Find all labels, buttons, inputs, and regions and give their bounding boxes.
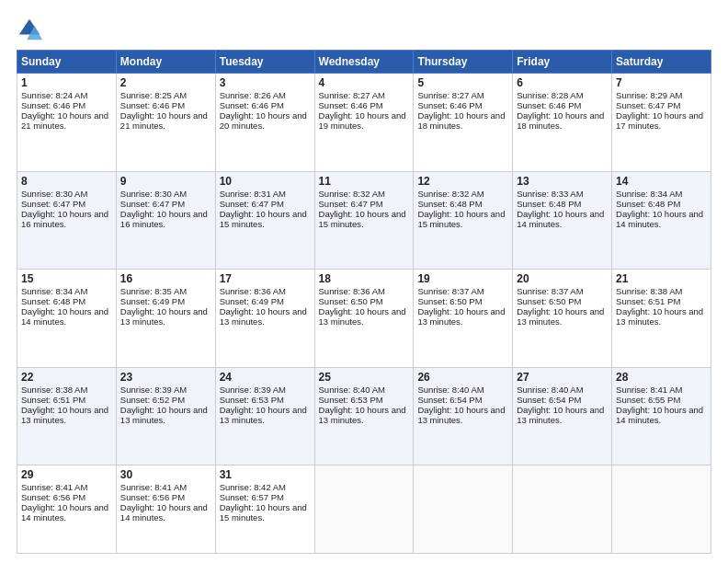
daylight-text: Daylight: 10 hours and 13 minutes. [220, 405, 307, 425]
sunrise-text: Sunrise: 8:41 AM [21, 482, 87, 492]
day-number: 21 [616, 272, 707, 285]
day-cell-18: 18Sunrise: 8:36 AMSunset: 6:50 PMDayligh… [314, 270, 414, 368]
day-cell-27: 27Sunrise: 8:40 AMSunset: 6:54 PMDayligh… [513, 367, 612, 465]
sunset-text: Sunset: 6:49 PM [220, 296, 284, 306]
day-number: 17 [220, 272, 311, 285]
sunset-text: Sunset: 6:48 PM [517, 199, 581, 209]
day-cell-8: 8Sunrise: 8:30 AMSunset: 6:47 PMDaylight… [17, 171, 117, 270]
day-cell-11: 11Sunrise: 8:32 AMSunset: 6:47 PMDayligh… [314, 171, 414, 270]
page: SundayMondayTuesdayWednesdayThursdayFrid… [0, 0, 728, 563]
day-header-thursday: Thursday [414, 51, 513, 74]
day-cell-9: 9Sunrise: 8:30 AMSunset: 6:47 PMDaylight… [116, 171, 215, 270]
day-number: 19 [417, 272, 508, 285]
daylight-text: Daylight: 10 hours and 13 minutes. [417, 405, 505, 425]
daylight-text: Daylight: 10 hours and 13 minutes. [319, 405, 406, 425]
daylight-text: Daylight: 10 hours and 21 minutes. [120, 110, 208, 131]
day-number: 3 [220, 76, 311, 89]
week-row-2: 8Sunrise: 8:30 AMSunset: 6:47 PMDaylight… [17, 171, 711, 270]
sunset-text: Sunset: 6:51 PM [21, 395, 85, 405]
day-header-monday: Monday [116, 51, 215, 74]
sunrise-text: Sunrise: 8:32 AM [417, 189, 483, 199]
sunset-text: Sunset: 6:46 PM [120, 100, 185, 110]
day-number: 10 [220, 175, 311, 188]
sunset-text: Sunset: 6:50 PM [417, 296, 482, 306]
sunrise-text: Sunrise: 8:41 AM [616, 385, 682, 395]
day-number: 15 [21, 272, 112, 285]
sunrise-text: Sunrise: 8:40 AM [517, 385, 583, 395]
day-header-saturday: Saturday [612, 51, 711, 74]
day-number: 13 [517, 175, 608, 188]
day-cell-12: 12Sunrise: 8:32 AMSunset: 6:48 PMDayligh… [414, 171, 513, 270]
day-cell-4: 4Sunrise: 8:27 AMSunset: 6:46 PMDaylight… [314, 74, 414, 172]
daylight-text: Daylight: 10 hours and 14 minutes. [120, 502, 208, 523]
day-header-wednesday: Wednesday [314, 51, 414, 74]
sunrise-text: Sunrise: 8:37 AM [417, 286, 483, 296]
daylight-text: Daylight: 10 hours and 14 minutes. [616, 209, 703, 229]
day-cell-19: 19Sunrise: 8:37 AMSunset: 6:50 PMDayligh… [414, 270, 513, 368]
day-number: 28 [616, 371, 707, 384]
daylight-text: Daylight: 10 hours and 14 minutes. [517, 209, 604, 229]
day-cell-29: 29Sunrise: 8:41 AMSunset: 6:56 PMDayligh… [17, 465, 117, 554]
day-number: 5 [417, 76, 508, 89]
sunrise-text: Sunrise: 8:37 AM [517, 286, 583, 296]
sunset-text: Sunset: 6:46 PM [220, 100, 284, 110]
week-row-3: 15Sunrise: 8:34 AMSunset: 6:48 PMDayligh… [17, 270, 711, 368]
daylight-text: Daylight: 10 hours and 13 minutes. [417, 306, 505, 327]
day-number: 14 [616, 175, 707, 188]
day-cell-23: 23Sunrise: 8:39 AMSunset: 6:52 PMDayligh… [116, 367, 215, 465]
daylight-text: Daylight: 10 hours and 13 minutes. [616, 306, 703, 327]
day-number: 6 [517, 76, 608, 89]
day-cell-2: 2Sunrise: 8:25 AMSunset: 6:46 PMDaylight… [116, 74, 215, 172]
sunrise-text: Sunrise: 8:40 AM [417, 385, 483, 395]
daylight-text: Daylight: 10 hours and 15 minutes. [417, 209, 505, 229]
day-cell-31: 31Sunrise: 8:42 AMSunset: 6:57 PMDayligh… [215, 465, 314, 554]
sunrise-text: Sunrise: 8:30 AM [21, 189, 87, 199]
sunrise-text: Sunrise: 8:31 AM [220, 189, 286, 199]
sunset-text: Sunset: 6:48 PM [616, 199, 680, 209]
day-cell-3: 3Sunrise: 8:26 AMSunset: 6:46 PMDaylight… [215, 74, 314, 172]
logo [17, 17, 45, 42]
day-number: 12 [417, 175, 508, 188]
sunset-text: Sunset: 6:53 PM [220, 395, 284, 405]
sunrise-text: Sunrise: 8:34 AM [616, 189, 682, 199]
sunrise-text: Sunrise: 8:27 AM [417, 90, 483, 100]
sunset-text: Sunset: 6:55 PM [616, 395, 680, 405]
sunrise-text: Sunrise: 8:38 AM [21, 385, 87, 395]
sunrise-text: Sunrise: 8:24 AM [21, 90, 87, 100]
sunrise-text: Sunrise: 8:38 AM [616, 286, 682, 296]
empty-cell [414, 465, 513, 554]
daylight-text: Daylight: 10 hours and 16 minutes. [21, 209, 108, 229]
day-number: 9 [120, 175, 211, 188]
week-row-1: 1Sunrise: 8:24 AMSunset: 6:46 PMDaylight… [17, 74, 711, 172]
day-cell-24: 24Sunrise: 8:39 AMSunset: 6:53 PMDayligh… [215, 367, 314, 465]
day-number: 30 [120, 468, 211, 481]
empty-cell [612, 465, 711, 554]
sunset-text: Sunset: 6:48 PM [21, 296, 85, 306]
empty-cell [314, 465, 414, 554]
day-number: 24 [220, 371, 311, 384]
daylight-text: Daylight: 10 hours and 14 minutes. [21, 306, 108, 327]
calendar-body: 1Sunrise: 8:24 AMSunset: 6:46 PMDaylight… [17, 74, 711, 554]
sunrise-text: Sunrise: 8:26 AM [220, 90, 286, 100]
sunrise-text: Sunrise: 8:29 AM [616, 90, 682, 100]
sunset-text: Sunset: 6:46 PM [417, 100, 482, 110]
sunset-text: Sunset: 6:50 PM [319, 296, 383, 306]
day-number: 20 [517, 272, 608, 285]
daylight-text: Daylight: 10 hours and 13 minutes. [120, 306, 208, 327]
day-cell-5: 5Sunrise: 8:27 AMSunset: 6:46 PMDaylight… [414, 74, 513, 172]
day-number: 23 [120, 371, 211, 384]
sunset-text: Sunset: 6:46 PM [319, 100, 383, 110]
daylight-text: Daylight: 10 hours and 21 minutes. [21, 110, 108, 131]
daylight-text: Daylight: 10 hours and 15 minutes. [319, 209, 406, 229]
day-cell-14: 14Sunrise: 8:34 AMSunset: 6:48 PMDayligh… [612, 171, 711, 270]
day-number: 11 [319, 175, 410, 188]
day-number: 1 [21, 76, 112, 89]
calendar-header-row: SundayMondayTuesdayWednesdayThursdayFrid… [17, 51, 711, 74]
day-cell-26: 26Sunrise: 8:40 AMSunset: 6:54 PMDayligh… [414, 367, 513, 465]
day-cell-20: 20Sunrise: 8:37 AMSunset: 6:50 PMDayligh… [513, 270, 612, 368]
day-number: 8 [21, 175, 112, 188]
daylight-text: Daylight: 10 hours and 20 minutes. [220, 110, 307, 131]
day-cell-10: 10Sunrise: 8:31 AMSunset: 6:47 PMDayligh… [215, 171, 314, 270]
sunset-text: Sunset: 6:56 PM [21, 492, 85, 502]
sunrise-text: Sunrise: 8:34 AM [21, 286, 87, 296]
